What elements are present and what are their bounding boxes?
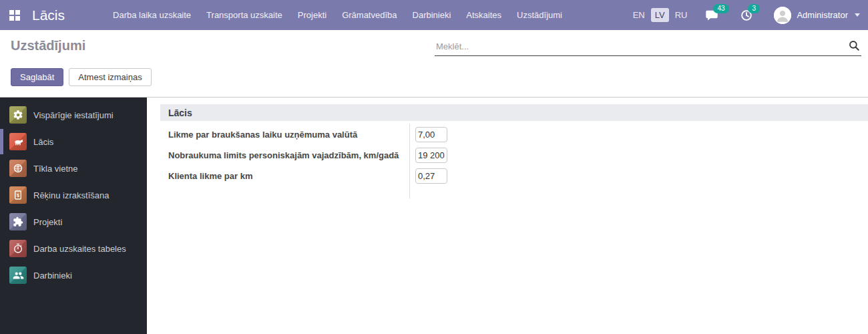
sidebar-item-darba-uzskaites-tabeles[interactable]: Darba uzskaites tabeles [0, 235, 147, 262]
messages-button[interactable]: 43 [704, 8, 719, 23]
sidebar-item-label: Darba uzskaites tabeles [33, 244, 126, 254]
nav-item-gr-matved-ba[interactable]: Grāmatvedība [342, 10, 397, 20]
nav-item-darba-laika-uzskaite[interactable]: Darba laika uzskaite [113, 10, 191, 20]
settings-fields: Likme par braukšanas laiku uzņēmuma valū… [168, 124, 447, 186]
section-header: Lācis [160, 104, 868, 121]
brand-logo[interactable]: Lācis [32, 7, 65, 23]
field-label: Klienta likme par km [168, 171, 409, 181]
svg-text:$: $ [17, 193, 19, 198]
save-button[interactable]: Saglabāt [11, 68, 63, 86]
search-bar [435, 37, 861, 56]
sidebar-item-label: Lācis [33, 137, 53, 147]
search-icon[interactable] [848, 39, 860, 54]
activities-button[interactable]: 3 [739, 8, 754, 23]
discard-button[interactable]: Atmest izmaiņas [69, 68, 151, 86]
stopwatch-icon [9, 240, 27, 257]
main-nav: Darba laika uzskaiteTransporta uzskaiteP… [113, 10, 562, 20]
sidebar-item-visp-r-gie-iestat-jumi[interactable]: Vispārīgie iestatījumi [0, 102, 147, 128]
language-lv[interactable]: LV [651, 8, 669, 22]
search-input[interactable] [435, 39, 839, 53]
sidebar-item-label: Rēķinu izrakstīšana [33, 190, 109, 200]
sidebar-item-r-inu-izrakst-ana[interactable]: $Rēķinu izrakstīšana [0, 182, 147, 208]
language-en[interactable]: EN [629, 8, 649, 22]
field-label: Likme par braukšanas laiku uzņēmuma valū… [168, 130, 409, 140]
form-buttons: Saglabāt Atmest izmaiņas [11, 68, 152, 86]
sidebar-item-label: Tīkla vietne [33, 164, 77, 174]
messages-count-badge: 43 [713, 4, 728, 13]
sidebar-item-projekti[interactable]: Projekti [0, 208, 147, 235]
puzzle-icon [9, 213, 27, 230]
field-row-klienta-likme-par-km: Klienta likme par km [168, 166, 447, 186]
sidebar-item-label: Vispārīgie iestatījumi [33, 110, 114, 120]
globe-icon [9, 160, 27, 177]
activities-count-badge: 3 [748, 4, 760, 13]
gear-icon [9, 106, 27, 124]
topbar-right: ENLVRU 43 3 Administrator [629, 7, 868, 24]
field-input-cell [409, 127, 447, 142]
nav-item-darbinieki[interactable]: Darbinieki [413, 10, 451, 20]
sidebar-item-darbinieki[interactable]: Darbinieki [0, 262, 147, 289]
settings-sidebar: Vispārīgie iestatījumiLācisTīkla vietne$… [0, 98, 147, 334]
invoice-icon: $ [9, 186, 27, 204]
nav-item-transporta-uzskaite[interactable]: Transporta uzskaite [206, 10, 282, 20]
field-input-likme-par-brauk-anas-laiku-uz-muma-val-t[interactable] [415, 127, 447, 142]
sidebar-item-t-kla-vietne[interactable]: Tīkla vietne [0, 155, 147, 182]
apps-menu-button[interactable] [0, 0, 29, 30]
sidebar-item-l-cis[interactable]: Lācis [0, 128, 147, 155]
nav-item-uzst-d-jumi[interactable]: Uzstādījumi [517, 10, 562, 20]
user-name: Administrator [797, 10, 848, 20]
sidebar-item-label: Projekti [33, 217, 62, 227]
sidebar-item-label: Darbinieki [33, 271, 72, 281]
user-menu[interactable]: Administrator [774, 7, 860, 24]
avatar [774, 7, 791, 24]
field-input-klienta-likme-par-km[interactable] [415, 168, 447, 184]
language-ru[interactable]: RU [671, 8, 692, 22]
field-input-cell [409, 168, 447, 184]
chevron-down-icon [855, 13, 860, 17]
top-bar: Lācis Darba laika uzskaiteTransporta uzs… [0, 0, 868, 30]
bear-icon [9, 133, 27, 150]
nav-item-projekti[interactable]: Projekti [298, 10, 327, 20]
field-row-nobraukuma-limits-personiskaj-m-vajadz-b-m-km-gad: Nobraukuma limits personiskajām vajadzīb… [168, 145, 447, 166]
people-icon [9, 267, 27, 284]
field-input-cell [409, 148, 447, 163]
nav-item-atskaites[interactable]: Atskaites [466, 10, 501, 20]
field-label: Nobraukuma limits personiskajām vajadzīb… [168, 150, 409, 160]
field-input-nobraukuma-limits-personiskaj-m-vajadz-b-m-km-gad[interactable] [415, 148, 447, 163]
page-title: Uzstādījumi [11, 38, 85, 53]
apps-grid-icon [9, 10, 20, 21]
field-row-likme-par-brauk-anas-laiku-uz-muma-val-t: Likme par braukšanas laiku uzņēmuma valū… [168, 124, 447, 145]
language-switcher: ENLVRU [629, 8, 692, 22]
